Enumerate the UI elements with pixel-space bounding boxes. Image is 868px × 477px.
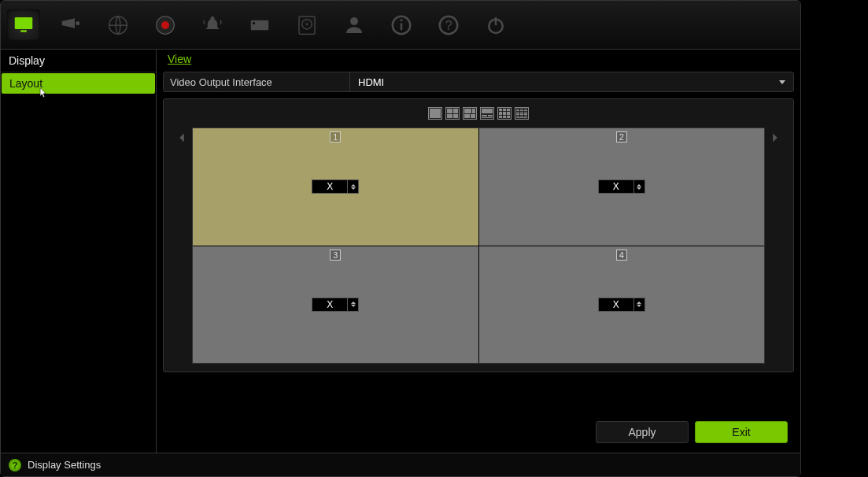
status-bar: ? Display Settings: [1, 453, 800, 476]
toolbar-camera-icon[interactable]: [54, 9, 87, 41]
spinner-value: X: [599, 299, 633, 310]
toolbar-hdd-icon[interactable]: [290, 9, 323, 41]
tab-row: View: [157, 50, 800, 68]
sidebar-header: Display: [1, 50, 156, 72]
apply-button[interactable]: Apply: [596, 421, 689, 443]
layout-mode-icons: [172, 107, 785, 120]
tab-view[interactable]: View: [163, 51, 196, 67]
sidebar: Display Layout: [1, 50, 157, 453]
svg-point-10: [306, 23, 308, 25]
svg-point-11: [350, 17, 358, 25]
grid-cell-1[interactable]: 1 X: [193, 128, 478, 246]
spinner-chevrons-icon: [347, 298, 358, 311]
svg-rect-6: [251, 20, 269, 30]
spinner-chevrons-icon: [347, 180, 358, 193]
grid-cell-index: 4: [616, 250, 627, 261]
annotation-lines: [801, 0, 868, 477]
button-row: Apply Exit: [157, 412, 800, 453]
svg-rect-0: [15, 17, 33, 29]
grid-cell-2[interactable]: 2 X: [479, 128, 765, 246]
app-window: ? Display Layout View Video Output Inter…: [0, 0, 801, 477]
svg-point-5: [161, 21, 169, 29]
svg-point-2: [76, 21, 79, 25]
toolbar-help-icon[interactable]: ?: [432, 9, 465, 41]
body: Display Layout View Video Output Interfa…: [1, 50, 800, 453]
grid-cell-4[interactable]: 4 X: [479, 246, 765, 364]
main: View Video Output Interface HDMI: [157, 50, 800, 453]
grid-cell-index: 3: [330, 250, 341, 261]
toolbar-display-icon[interactable]: [7, 9, 40, 41]
toolbar-network-icon[interactable]: [102, 9, 135, 41]
grid-cell-3-spinner[interactable]: X: [312, 298, 359, 312]
help-icon[interactable]: ?: [9, 459, 21, 471]
spinner-chevrons-icon: [633, 298, 645, 311]
spinner-value: X: [312, 299, 347, 310]
next-page-arrow[interactable]: [765, 128, 785, 364]
svg-rect-1: [20, 30, 27, 32]
layout-grid: 1 X 2 X: [192, 128, 765, 364]
sidebar-item-layout[interactable]: Layout: [2, 73, 155, 94]
toolbar-user-icon[interactable]: [338, 9, 371, 41]
status-text: Display Settings: [28, 459, 101, 471]
grid-cell-index: 1: [330, 131, 341, 142]
grid-area: 1 X 2 X: [172, 128, 785, 364]
cursor-icon: [39, 87, 47, 98]
toolbar-record-icon[interactable]: [149, 9, 182, 41]
content: Video Output Interface HDMI: [157, 68, 800, 412]
spinner-value: X: [312, 181, 347, 192]
svg-rect-14: [401, 19, 403, 21]
toolbar-device-icon[interactable]: [243, 9, 276, 41]
video-output-label: Video Output Interface: [164, 76, 349, 88]
spinner-value: X: [599, 181, 633, 192]
grid-cell-3[interactable]: 3 X: [193, 246, 478, 364]
spinner-chevrons-icon: [633, 180, 645, 193]
layout-3x3-icon[interactable]: [497, 107, 512, 120]
layout-2x2-icon[interactable]: [445, 107, 460, 120]
video-output-select[interactable]: HDMI: [349, 72, 793, 91]
exit-button[interactable]: Exit: [695, 421, 788, 443]
svg-text:?: ?: [445, 18, 452, 32]
grid-cell-index: 2: [616, 131, 627, 142]
toolbar-power-icon[interactable]: [479, 9, 512, 41]
video-output-value: HDMI: [358, 76, 384, 88]
layout-panel: 1 X 2 X: [163, 98, 794, 372]
layout-4x4-icon[interactable]: [515, 107, 529, 120]
top-toolbar: ?: [1, 1, 800, 50]
grid-cell-4-spinner[interactable]: X: [598, 298, 645, 312]
grid-cell-2-spinner[interactable]: X: [598, 179, 645, 194]
layout-1plus5-icon[interactable]: [463, 107, 477, 120]
svg-rect-13: [401, 23, 403, 30]
svg-rect-7: [253, 22, 255, 24]
toolbar-info-icon[interactable]: [385, 9, 418, 41]
chevron-down-icon: [779, 80, 785, 84]
grid-cell-1-spinner[interactable]: X: [312, 179, 359, 194]
video-output-row: Video Output Interface HDMI: [163, 72, 794, 92]
layout-1x1-icon[interactable]: [428, 107, 442, 120]
sidebar-item-label: Layout: [9, 77, 42, 90]
toolbar-alarm-icon[interactable]: [196, 9, 229, 41]
layout-1plus7-icon[interactable]: [480, 107, 494, 120]
prev-page-arrow[interactable]: [172, 128, 192, 364]
